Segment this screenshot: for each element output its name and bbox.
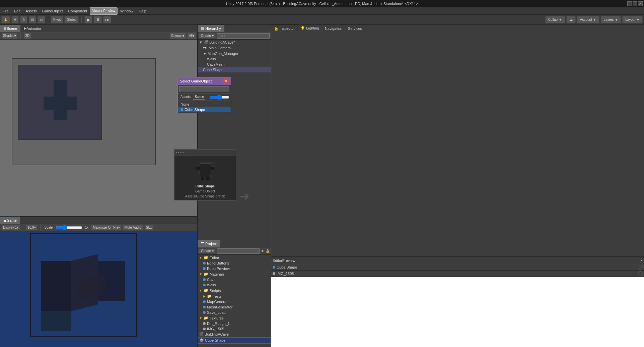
proj-item-dirtrough[interactable]: Dirt_Rough_1 <box>198 321 271 326</box>
proj-item-editorbuttons[interactable]: EditorButtons <box>198 261 271 266</box>
window-title: Unity 2017.2.0f3 Personal (64bit) - Buil… <box>226 2 418 6</box>
menu-component[interactable]: Component <box>65 8 90 14</box>
select-go-close-btn[interactable]: ✕ <box>223 78 229 84</box>
menu-window[interactable]: Window <box>118 8 136 14</box>
stats-btn[interactable]: St... <box>144 225 154 231</box>
ep-cube-label: Cube Shape <box>277 265 297 269</box>
mute-audio-btn[interactable]: Mute Audio <box>123 225 143 231</box>
layers-btn[interactable]: Layers ▼ <box>601 16 621 23</box>
account-btn[interactable]: Account ▼ <box>577 16 599 23</box>
proj-item-cave[interactable]: Cave <box>198 277 271 282</box>
scale-tool-btn[interactable]: ⊡ <box>29 16 36 23</box>
preview-labels: Cube Shape Game Object Assets/Cube Shape… <box>185 184 225 199</box>
hierarchy-create-btn[interactable]: Create ▾ <box>199 33 216 38</box>
tab-animator[interactable]: ▶ Animator <box>20 25 45 32</box>
hand-tool-btn[interactable]: ✋ <box>1 16 10 23</box>
proj-item-tests[interactable]: ▶ 📁 Tests <box>198 293 271 299</box>
ep-item-cubeshape[interactable]: Cube Shape <box>271 264 644 271</box>
menu-gameobject[interactable]: GameObject <box>40 8 66 14</box>
proj-item-mapgenerator[interactable]: MapGenerator <box>198 299 271 304</box>
hier-item-walls[interactable]: Walls <box>198 56 271 62</box>
scene-viewport[interactable] <box>0 40 197 216</box>
layout-btn[interactable]: Layout ▼ <box>622 16 643 23</box>
hier-item-mapgen[interactable]: ▼ MapGen_Manager <box>198 51 271 56</box>
display-dropdown[interactable]: Display 1 ▾ <box>1 225 20 231</box>
tab-scene[interactable]: ☰ Scene <box>0 25 20 32</box>
proj-item-scripts[interactable]: ▼ 📁 Scripts <box>198 288 271 293</box>
proj-item-meshgenerator[interactable]: MeshGenerator <box>198 304 271 310</box>
preview-canvas <box>189 157 222 184</box>
pivot-btn[interactable]: Pivot <box>51 16 63 23</box>
project-content: ▼ 📁 Editor EditorButtons EditorPreview ▼… <box>198 255 271 347</box>
inspector-tabs: 🔒 Inspector 💡 Lighting Navigation Servic… <box>271 25 644 32</box>
all-btn[interactable]: All ▾ <box>187 33 196 39</box>
step-btn[interactable]: ⏭ <box>103 16 111 23</box>
project-eye-icon[interactable]: 👁 <box>261 249 264 253</box>
rect-tool-btn[interactable]: ▭ <box>38 16 45 23</box>
shaded-dropdown[interactable]: Shaded ▾ <box>1 33 18 39</box>
proj-item-buildingacave[interactable]: 🎬 BuildingACave <box>198 332 271 337</box>
proj-item-editor[interactable]: ▼ 📁 Editor <box>198 255 271 261</box>
minimize-btn[interactable]: ─ <box>627 1 632 6</box>
tab-services[interactable]: Services <box>345 25 365 32</box>
ep-cube-radio[interactable] <box>638 265 643 270</box>
hier-item-buildingacave[interactable]: ▼ 🎬 BuildingACave* <box>198 40 271 45</box>
go-tab-assets[interactable]: Assets <box>179 95 192 100</box>
menu-help[interactable]: Help <box>136 8 149 14</box>
pause-btn[interactable]: ⏸ <box>94 16 102 23</box>
preview-card-content: Cube Shape Game Object Assets/Cube Shape… <box>174 156 236 200</box>
proj-item-editorpreview[interactable]: EditorPreview <box>198 266 271 271</box>
go-tab-range[interactable] <box>209 95 229 100</box>
menu-file[interactable]: File <box>0 8 11 14</box>
maximize-btn[interactable]: □ <box>633 1 637 6</box>
close-btn[interactable]: ✕ <box>638 1 643 6</box>
play-btn[interactable]: ▶ <box>84 16 92 23</box>
go-list-cubeshape[interactable]: Cube Shape <box>178 107 231 112</box>
go-tab-slider <box>207 95 229 100</box>
svg-rect-9 <box>196 167 200 170</box>
game-viewport[interactable] <box>0 231 197 347</box>
gizmos-btn[interactable]: Gizmos ▾ <box>169 33 186 39</box>
scale-slider[interactable] <box>56 225 82 230</box>
select-go-search-input[interactable] <box>179 86 229 92</box>
ep-collapse-btn[interactable]: ▾ <box>641 258 643 262</box>
tab-hierarchy[interactable]: ☰ Hierarchy <box>198 25 224 32</box>
collab-btn[interactable]: Collab ▼ <box>545 16 565 23</box>
proj-item-materials[interactable]: ▼ 📁 Materials <box>198 271 271 277</box>
tab-project[interactable]: ☰ Project <box>198 240 220 247</box>
cloud-btn[interactable]: ☁ <box>566 16 576 23</box>
tab-lighting[interactable]: 💡 Lighting <box>298 25 322 32</box>
ep-img-radio[interactable] <box>638 271 643 276</box>
ratio-dropdown[interactable]: 16:9 ▾ <box>26 225 37 231</box>
hierarchy-toolbar: Create ▾ <box>198 32 271 40</box>
hier-item-cavemesh[interactable]: CaveMesh <box>198 62 271 67</box>
go-tab-scene[interactable]: Scene <box>193 95 205 100</box>
maximize-on-play-btn[interactable]: Maximize On Play <box>91 225 122 231</box>
project-search[interactable] <box>217 248 260 254</box>
scale-label: Scale <box>43 226 54 229</box>
menu-viewer-preview[interactable]: Viewer Preview <box>90 7 118 15</box>
editor-preview-panel: EditorPreview ▾ Cube Shape IMG_1505 <box>271 256 644 347</box>
ep-item-img1505[interactable]: IMG_1505 <box>271 271 644 277</box>
tab-inspector[interactable]: 🔒 Inspector <box>271 25 298 32</box>
project-create-btn[interactable]: Create ▾ <box>199 248 216 253</box>
hier-item-maincamera[interactable]: 📷 Main Camera <box>198 45 271 51</box>
global-btn[interactable]: Global <box>64 16 79 23</box>
proj-item-saveload[interactable]: Save_Load <box>198 310 271 315</box>
go-list-none[interactable]: None <box>178 102 231 107</box>
project-lock-icon[interactable]: 🔒 <box>266 249 270 253</box>
hierarchy-search[interactable] <box>217 33 270 39</box>
proj-item-textures[interactable]: ▼ 📁 Textures <box>198 315 271 321</box>
menu-assets[interactable]: Assets <box>23 8 40 14</box>
tab-navigation[interactable]: Navigation <box>322 25 345 32</box>
menu-edit[interactable]: Edit <box>11 8 23 14</box>
move-tool-btn[interactable]: ✥ <box>11 16 19 23</box>
tab-game[interactable]: ☰ Game <box>0 217 20 224</box>
proj-item-img1505[interactable]: IMG_1505 <box>198 326 271 332</box>
twod-btn[interactable]: 2D <box>23 33 31 39</box>
rotate-tool-btn[interactable]: ↻ <box>20 16 27 23</box>
proj-item-cubeshape[interactable]: 📦 Cube Shape <box>198 337 271 344</box>
ep-preview-area <box>271 277 644 347</box>
hier-item-cubeshape[interactable]: Cube Shape <box>198 67 271 72</box>
proj-item-walls[interactable]: Walls <box>198 282 271 288</box>
